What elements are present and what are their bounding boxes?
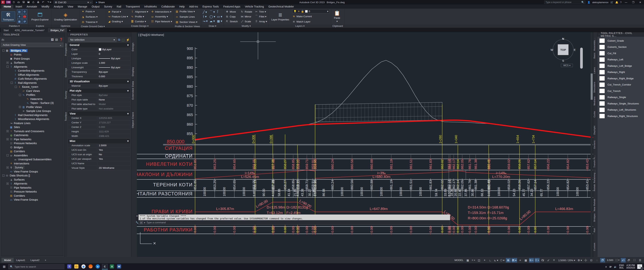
palette-tab-shoulders[interactable]: Shoulders xyxy=(593,82,598,93)
tree-item-sample-line-groups[interactable]: ⌯Sample Line Groups xyxy=(1,109,63,113)
customize-wrench-icon[interactable]: 🔧 xyxy=(136,220,138,225)
quick-properties-icon[interactable]: ⛶ ▾ xyxy=(615,258,620,262)
properties-palette-icon[interactable]: ▤ xyxy=(17,9,22,14)
snap-mode-icon[interactable]: ⌗ ▾ xyxy=(471,258,476,262)
toolbox-palette-icon[interactable]: 🧰 xyxy=(22,14,27,19)
tree-item-point-groups[interactable]: ▣Point Groups xyxy=(1,57,63,61)
print-icon[interactable]: 🖶 xyxy=(36,1,40,4)
new-drawing-tab-button[interactable]: + xyxy=(68,29,72,32)
panel-label-create-design[interactable]: Create Design ▾ xyxy=(106,24,174,28)
layout-tab-layout2[interactable]: Layout2 xyxy=(28,258,42,262)
property-value[interactable]: 1:5000 xyxy=(97,144,130,147)
property-value[interactable]: 0 xyxy=(97,53,130,55)
expand-icon[interactable]: + xyxy=(19,106,21,108)
expand-icon[interactable]: + xyxy=(6,167,8,169)
clean-screen-icon[interactable]: ⛶ xyxy=(632,258,637,262)
property-value[interactable]: ByLayer xyxy=(97,84,130,87)
menu-tab-insert[interactable]: Insert xyxy=(13,5,24,9)
open-folder-icon[interactable]: 🗁 xyxy=(17,1,20,4)
collapse-icon[interactable]: - xyxy=(15,86,17,88)
dynamic-ucs-icon[interactable]: 🗘 xyxy=(540,258,545,262)
property-value[interactable]: 2D Wireframe xyxy=(97,167,130,169)
grading-optimization-button[interactable]: ◈ Grading Optimization xyxy=(53,12,78,21)
layout-tab-model[interactable]: Model xyxy=(2,258,14,262)
workspace-dropdown[interactable]: ⚙ Civil 3D ▾ ⌵ xyxy=(54,1,93,4)
palette-tool-cut_fill[interactable]: Cut_Fill xyxy=(599,51,644,56)
taskbar-app-teams[interactable]: T xyxy=(66,264,72,269)
property-value[interactable]: 0.000 xyxy=(97,126,130,128)
new-layout-button[interactable]: + xyxy=(42,258,49,262)
property-value[interactable]: None xyxy=(97,98,130,101)
viewcube-top-face[interactable]: TOP xyxy=(558,44,568,55)
menu-tab-express-tools[interactable]: Express Tools xyxy=(200,5,221,9)
start-button[interactable]: ⊞ xyxy=(0,265,8,269)
property-value[interactable]: ByLayer xyxy=(97,48,130,51)
close-button[interactable]: ✕ xyxy=(638,1,643,4)
line-icon[interactable]: ╱ ▾ xyxy=(203,10,208,14)
expand-icon[interactable]: + xyxy=(6,138,8,140)
signed-in-user[interactable]: aleksplamenov xyxy=(592,1,608,4)
item-view-toggle-icon[interactable]: 🖽 xyxy=(51,38,54,41)
palette-tool-railways_right_structures[interactable]: Railways_Right_Structures xyxy=(599,114,644,118)
viewport-controls[interactable]: [-][Top][2D Wireframe] xyxy=(138,33,164,36)
palette-tab-bridges[interactable]: Bridges xyxy=(593,213,598,222)
array-button[interactable]: ⠿Array ▾ xyxy=(255,19,267,24)
toolspace-tab-settings[interactable]: Settings xyxy=(64,68,67,77)
property-value[interactable]: Yes xyxy=(97,149,130,151)
pipe-network-button[interactable]: ☷Pipe Network ▾ xyxy=(151,19,172,24)
taskbar-app-chrome[interactable]: ◉ xyxy=(80,264,86,269)
menu-tab-featured-apps[interactable]: Featured Apps xyxy=(221,5,242,9)
expand-icon[interactable]: + xyxy=(6,62,8,64)
palette-tab-medians[interactable]: Medians xyxy=(593,96,598,105)
tree-item-pressure-networks[interactable]: ☷Pressure Networks xyxy=(1,190,63,194)
tree-item-centerline-alignments[interactable]: ⌇Centerline Alignments xyxy=(1,69,63,73)
grid-icon[interactable]: ▦ xyxy=(466,258,470,262)
tree-item-bridges[interactable]: ⌬Bridges xyxy=(1,145,63,150)
properties-tab-object-class[interactable]: Object Class xyxy=(132,112,137,128)
toolspace-tab-toolbox[interactable]: Toolbox xyxy=(64,112,67,121)
move-button[interactable]: ✥Move xyxy=(226,9,238,14)
bell-icon[interactable]: 🔔 xyxy=(615,1,618,4)
palette-tab-rail[interactable]: Rail xyxy=(593,228,598,232)
navigation-bar[interactable] xyxy=(580,48,583,69)
tree-item-unassigned-subassemblies[interactable]: ⚎Unassigned Subassemblies xyxy=(1,158,63,162)
file-tab-1[interactable]: 4291_Aleksandar_Tunnels* xyxy=(12,28,47,32)
property-value[interactable]: 0.000 xyxy=(97,75,130,78)
layer-dropdown[interactable]: 💡 ☀ 🔓 0 ▾ xyxy=(292,9,330,13)
app-logo-icon[interactable]: C xyxy=(1,1,5,4)
toolspace-tab-prospector[interactable]: Prospector xyxy=(64,43,67,56)
active-drawing-view-dropdown[interactable]: Active Drawing View ⌄ xyxy=(1,43,63,47)
hatch-icon[interactable]: ▦ ▾ xyxy=(217,19,222,23)
section-views-button[interactable]: ▧Section Views ▾ xyxy=(175,20,197,24)
survey-palette-icon[interactable]: ⋔ xyxy=(17,14,22,19)
palette-tool-cut_trench[interactable]: Cut_Trench xyxy=(599,88,644,93)
tray-expand-icon[interactable]: ∧ xyxy=(605,265,607,268)
save-as-icon[interactable]: 🖬 xyxy=(26,1,30,4)
toolspace-tab-survey[interactable]: Survey xyxy=(64,91,67,99)
workspace-switching-icon[interactable]: ⊡ xyxy=(589,258,594,262)
selection-type-dropdown[interactable]: No selection ▾ xyxy=(68,38,116,42)
layer-properties-button[interactable]: ≣ Layer Properties xyxy=(270,12,290,21)
palette-tool-culvert_grade[interactable]: Culvert_Grade xyxy=(599,38,644,43)
expand-icon[interactable]: + xyxy=(6,130,8,132)
recent-commands-icon[interactable]: ⊳ xyxy=(140,221,143,224)
tree-item-intersections[interactable]: ✛Intersections xyxy=(1,162,63,166)
mirror-button[interactable]: ⋈Mirror xyxy=(240,14,252,19)
tree-item-curb-return-alignments[interactable]: ↺Curb Return Alignments xyxy=(1,77,63,81)
palette-tab-assemble-[interactable]: Assemble... xyxy=(593,38,598,51)
tree-item-rail-alignments[interactable]: -⌇Rail Alignments xyxy=(1,81,63,85)
pline-arc-icon[interactable]: ⟌ xyxy=(217,10,222,14)
gizmo-icon[interactable]: 🞤 xyxy=(552,258,556,262)
autoscale-icon[interactable]: ➕ xyxy=(583,258,588,262)
collapse-icon[interactable]: - xyxy=(2,50,4,52)
tree-item-нивелета[interactable]: ∿Нивелета xyxy=(1,97,63,101)
palette-tool-culverts_section[interactable]: Culverts_Section xyxy=(599,45,644,50)
help-circle-icon[interactable]: ❓ xyxy=(59,38,63,41)
palette-tool-railways_right_bridge[interactable]: Railways_Right_Bridge xyxy=(599,76,644,81)
isodraft-icon[interactable]: ⬡ ▾ xyxy=(500,258,505,262)
tree-item-corridors[interactable]: ▤Corridors xyxy=(1,150,63,154)
selection-filter-icon[interactable]: 🜚 xyxy=(546,258,551,262)
ortho-icon[interactable]: ∟ xyxy=(488,258,493,262)
language-indicator[interactable]: ENGBGL xyxy=(619,264,624,269)
osnap-tracking-icon[interactable]: 𝌆 xyxy=(506,258,511,262)
